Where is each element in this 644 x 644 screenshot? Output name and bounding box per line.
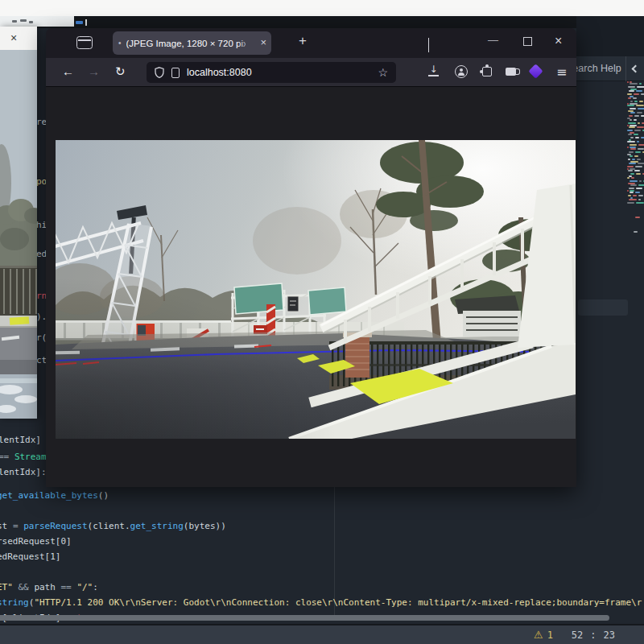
jpeg-image[interactable]: [56, 140, 576, 439]
window-minimize-button[interactable]: —: [488, 34, 498, 46]
shield-icon[interactable]: [155, 67, 164, 78]
minimap-mark: [638, 148, 644, 150]
code-token: st: [0, 521, 13, 531]
new-tab-button[interactable]: +: [299, 33, 307, 49]
url-text[interactable]: localhost:8080: [187, 67, 370, 78]
code-token: (bytes)): [184, 521, 226, 531]
minimap-mark: [638, 195, 643, 196]
minimap-mark: [630, 180, 638, 182]
desktop: Search Help respohinedrn).r(ct: lentIdx]…: [0, 0, 644, 644]
editor-status-bar: ⚠ 1 52 : 23: [0, 624, 644, 644]
minimap-mark: [627, 177, 630, 179]
top-bar-tick: [85, 19, 87, 26]
minimap-mark: [628, 170, 633, 171]
minimap-mark: [636, 105, 644, 106]
code-token: string: [0, 597, 29, 608]
history-back-button[interactable]: [626, 56, 644, 81]
purple-diamond-extension-icon[interactable]: [528, 64, 543, 78]
window-close-button[interactable]: ×: [10, 31, 17, 45]
page-icon[interactable]: [171, 68, 180, 78]
horizontal-scrollbar[interactable]: [0, 615, 609, 621]
minimap-mark: [637, 126, 644, 128]
firefox-toolbar: ← → ↻ localhost:8080 ☆ ↓ ≡: [46, 58, 576, 87]
forward-button[interactable]: →: [88, 64, 100, 78]
code-line: == StreamP: [0, 449, 52, 464]
code-token: parseRequest: [23, 521, 87, 531]
account-icon[interactable]: [455, 65, 468, 78]
minimap-mark: [630, 155, 633, 157]
minimap-mark: [632, 159, 635, 160]
minimap-mark: [629, 188, 634, 189]
minimap-mark: [628, 195, 631, 196]
minimap-mark: [627, 166, 634, 167]
column-guide-line: [334, 485, 335, 618]
minimap-mark: [627, 202, 634, 204]
reload-button[interactable]: ↻: [115, 64, 126, 79]
minimap-mark: [628, 159, 630, 160]
tiny-text-mark: [12, 20, 17, 23]
minimap-mark: [630, 192, 634, 193]
firefox-view-icon[interactable]: [76, 36, 93, 49]
minimap-mark: [639, 180, 642, 182]
minimap-mark: [630, 148, 636, 150]
minimap-mark: [638, 108, 644, 109]
hamburger-menu-icon[interactable]: ≡: [556, 64, 567, 80]
minimap-mark: [638, 199, 641, 200]
minimap-mark: [637, 159, 641, 160]
browser-tab[interactable]: • (JPEG Image, 1280 × 720 pixels ×: [113, 31, 271, 55]
photo-fragment: [0, 50, 37, 419]
url-bar[interactable]: localhost:8080 ☆: [147, 62, 396, 83]
minimap-mark: [628, 97, 631, 99]
minimap-mark: [627, 141, 635, 142]
minimap-mark: [636, 202, 644, 204]
mug-extension-icon[interactable]: [506, 68, 516, 76]
editor-panel-tab: [578, 299, 628, 316]
downloads-button[interactable]: ↓: [428, 65, 439, 76]
code-token: (: [29, 597, 35, 608]
code-minimap[interactable]: [627, 81, 642, 242]
back-button[interactable]: ←: [62, 64, 74, 78]
minimap-mark: [629, 199, 637, 200]
list-tabs-button[interactable]: [428, 38, 436, 44]
bookmark-star-icon[interactable]: ☆: [378, 66, 388, 79]
code-line: ET" && path == "/":: [0, 580, 98, 595]
minimap-mark: [637, 141, 639, 142]
image-viewer-titlebar[interactable]: ×: [0, 27, 37, 50]
extensions-puzzle-icon[interactable]: [482, 67, 492, 76]
firefox-window: • (JPEG Image, 1280 × 720 pixels × + — ×…: [46, 28, 576, 487]
top-bar: [0, 16, 644, 28]
window-close-button[interactable]: ×: [555, 34, 562, 48]
minimap-mark: [638, 184, 644, 186]
tab-close-button[interactable]: ×: [260, 36, 266, 49]
code-token: get_string: [130, 521, 184, 531]
chevron-down-icon: [428, 38, 429, 52]
minimap-mark: [628, 122, 636, 124]
minimap-mark: [629, 126, 635, 128]
code-token: lentIdx]:: [0, 467, 47, 477]
code-line: get_available_bytes(): [0, 488, 109, 503]
minimap-mark: [633, 97, 637, 99]
minimap-mark: [634, 115, 639, 117]
minimap-mark: [638, 122, 640, 124]
minimap-mark: [634, 130, 641, 131]
code-line: string("HTTP/1.1 200 OK\r\nServer: Godot…: [0, 595, 642, 610]
code-line: rsedRequest[0]: [0, 534, 72, 549]
minimap-mark: [636, 90, 642, 92]
minimap-mark: [629, 151, 634, 153]
minimap-mark: [635, 192, 640, 193]
warning-icon[interactable]: ⚠: [534, 629, 543, 641]
minimap-mark: [641, 115, 644, 117]
window-maximize-button[interactable]: [523, 37, 532, 46]
minimap-mark: [634, 134, 638, 135]
editor-top-right-area: [576, 16, 644, 58]
code-line: edRequest[1]: [0, 549, 60, 564]
tab-favicon-dot: •: [118, 39, 122, 47]
minimap-mark: [639, 83, 642, 85]
image-viewer-photo: [0, 50, 37, 419]
browser-content: [46, 87, 576, 487]
warning-count[interactable]: 1: [547, 630, 553, 641]
minimap-mark: [639, 101, 643, 102]
minimap-mark: [635, 166, 642, 167]
minimap-mark: [630, 112, 635, 114]
tab-title-fade: [237, 31, 254, 55]
